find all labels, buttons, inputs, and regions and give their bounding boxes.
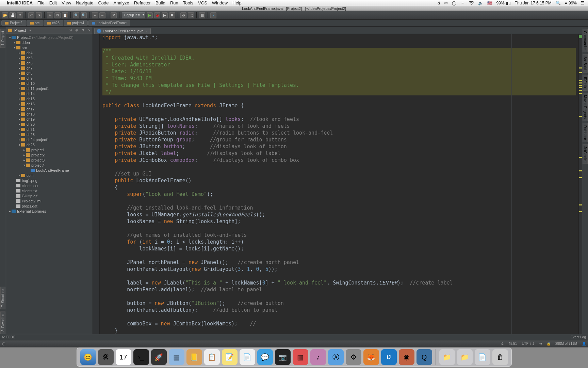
app-name[interactable]: IntelliJ IDEA [7, 0, 33, 5]
debug-icon[interactable]: 🐞 [154, 12, 160, 18]
dock-launchpad-icon[interactable]: 🚀 [151, 349, 167, 365]
dock-app-1[interactable]: 🛠 [98, 349, 114, 365]
forward-icon[interactable]: → [99, 12, 105, 18]
menulet-d[interactable]: d [438, 0, 440, 6]
dock-firefox-icon[interactable]: 🦊 [363, 349, 379, 365]
tree-row[interactable]: ch10 [6, 81, 93, 86]
crumb-src[interactable]: src [27, 20, 43, 26]
dock-sysprefs-icon[interactable]: ⚙ [346, 349, 361, 365]
project-tree[interactable]: Project2(~/IdeaProjects/Project2).ideasr… [6, 34, 93, 334]
dock-messages-icon[interactable]: 💬 [257, 349, 273, 365]
tree-row[interactable]: ch23 [6, 132, 93, 137]
wifi-icon[interactable] [469, 1, 474, 5]
tree-row[interactable]: src [6, 45, 93, 50]
circle-icon[interactable]: ◯ [452, 1, 456, 5]
undo-icon[interactable]: ↶ [28, 12, 34, 18]
menu-vcs[interactable]: VCS [198, 0, 207, 5]
tree-row[interactable]: ch4 [6, 50, 93, 55]
find-icon[interactable]: 🔍 [73, 12, 79, 18]
dock-missioncontrol-icon[interactable]: ▦ [169, 349, 184, 365]
cut-icon[interactable]: ✂ [47, 12, 53, 18]
tree-row[interactable]: ch9 [6, 76, 93, 81]
open-icon[interactable]: 📂 [2, 12, 8, 18]
tree-row[interactable]: ch5 [6, 55, 93, 60]
dock-appstore-icon[interactable]: Ⓐ [328, 349, 344, 365]
tab-favorites[interactable]: 2: Favorites [0, 311, 5, 334]
tab-commander[interactable]: Commander [583, 29, 588, 52]
tree-row[interactable]: ch8 [6, 71, 93, 76]
menu-code[interactable]: Code [98, 0, 109, 5]
autoscroll-icon[interactable]: ⊕ [75, 28, 78, 32]
coverage-icon[interactable]: ▶ [162, 12, 168, 18]
tree-row[interactable]: project2 [6, 152, 93, 157]
tree-row[interactable]: External Libraries [6, 209, 93, 214]
tab-structure[interactable]: 7: Structure [0, 287, 5, 309]
project-structure-icon[interactable]: ⬚ [188, 12, 194, 18]
status-icon[interactable]: ▢ [2, 342, 5, 346]
dock-quicktime-icon[interactable]: Q [416, 349, 432, 365]
menu-edit[interactable]: Edit [49, 0, 57, 5]
tree-row[interactable]: ch20 [6, 122, 93, 127]
code-editor[interactable]: import java.awt.*; /** * Created with In… [100, 34, 578, 334]
crumb-ch25[interactable]: ch25 [44, 20, 63, 26]
sdk-icon[interactable]: ▦ [199, 12, 205, 18]
lock-icon[interactable]: 🔒 [546, 342, 551, 346]
close-icon[interactable]: × [146, 29, 148, 33]
tree-row[interactable]: ch11.project1 [6, 86, 93, 91]
menu-run[interactable]: Run [170, 0, 178, 5]
sync-icon[interactable]: ⟳ [17, 12, 23, 18]
tree-row[interactable]: ch21 [6, 127, 93, 132]
run-icon[interactable]: ▶ [147, 12, 153, 18]
tree-row[interactable]: clients.txt [6, 188, 93, 193]
editor-tab[interactable]: LookAndFeelFrame.java × [94, 28, 151, 34]
crumb-project[interactable]: Project2 [1, 20, 26, 26]
tab-todo[interactable]: 6: TODO [2, 335, 16, 339]
tree-row[interactable]: ch14 [6, 91, 93, 96]
menu-refactor[interactable]: Refactor [134, 0, 151, 5]
tab-database[interactable]: Database [583, 123, 588, 142]
dock-textedit-icon[interactable]: 📄 [240, 349, 255, 365]
collapse-icon[interactable]: ⇲ [69, 28, 72, 32]
tree-row[interactable]: ch7 [6, 65, 93, 71]
caret-position[interactable]: 45:51 [508, 342, 517, 346]
menu-help[interactable]: Help [232, 0, 242, 5]
bg-task-icon[interactable]: ✲ [501, 342, 504, 346]
tree-row[interactable]: bug1.png [6, 178, 93, 183]
tree-row[interactable]: LookAndFeelFrame [6, 168, 93, 173]
tree-row[interactable]: .idea [6, 40, 93, 45]
scissors-icon[interactable]: ✂ [444, 1, 448, 5]
tree-row[interactable]: ch25 [6, 142, 93, 147]
copy-icon[interactable]: ⧉ [54, 12, 61, 18]
make-icon[interactable]: ⚒ [111, 12, 117, 18]
paste-icon[interactable]: 📋 [62, 12, 68, 18]
dock-photobooth-icon[interactable]: 📷 [275, 349, 291, 365]
tab-idetalk[interactable]: IDEtalk [583, 75, 588, 90]
tree-row[interactable]: ch18 [6, 111, 93, 117]
crumb-class[interactable]: LookAndFeelFrame [88, 20, 130, 26]
tree-row[interactable]: ch17 [6, 106, 93, 111]
dock-finder-icon[interactable]: 😊 [80, 349, 96, 365]
tab-ant[interactable]: Ant Build [583, 54, 588, 73]
battery-1[interactable]: 99% ▮▯ [496, 1, 511, 5]
menu-navigate[interactable]: Navigate [76, 0, 93, 5]
tree-row[interactable]: project3 [6, 157, 93, 163]
error-stripe[interactable] [578, 34, 582, 334]
notification-icon[interactable]: ☰ [581, 1, 585, 5]
tree-row[interactable]: ch24.project1 [6, 137, 93, 142]
dock-stack-1[interactable]: 📁 [439, 349, 455, 365]
dock-trash-icon[interactable]: 🗑 [492, 349, 508, 365]
menu-view[interactable]: View [62, 0, 71, 5]
tab-project[interactable]: 1: Project [0, 29, 5, 48]
menu-file[interactable]: File [37, 0, 45, 5]
replace-icon[interactable]: 🔍 [81, 12, 87, 18]
redo-icon[interactable]: ↷ [36, 12, 42, 18]
tree-row[interactable]: ch15 [6, 96, 93, 101]
tab-maven[interactable]: Maven Projects [583, 93, 588, 121]
dock-stack-2[interactable]: 📁 [457, 349, 473, 365]
insert-mode-icon[interactable]: ⇥ [539, 342, 542, 346]
dock-terminal-icon[interactable]: ›_ [133, 349, 149, 365]
volume-icon[interactable]: 🔈 [478, 1, 483, 5]
spotlight-icon[interactable]: 🔍 [556, 1, 561, 5]
dock-notes-icon[interactable]: 📝 [222, 349, 238, 365]
tab-eventlog[interactable]: Event Log [571, 335, 586, 339]
